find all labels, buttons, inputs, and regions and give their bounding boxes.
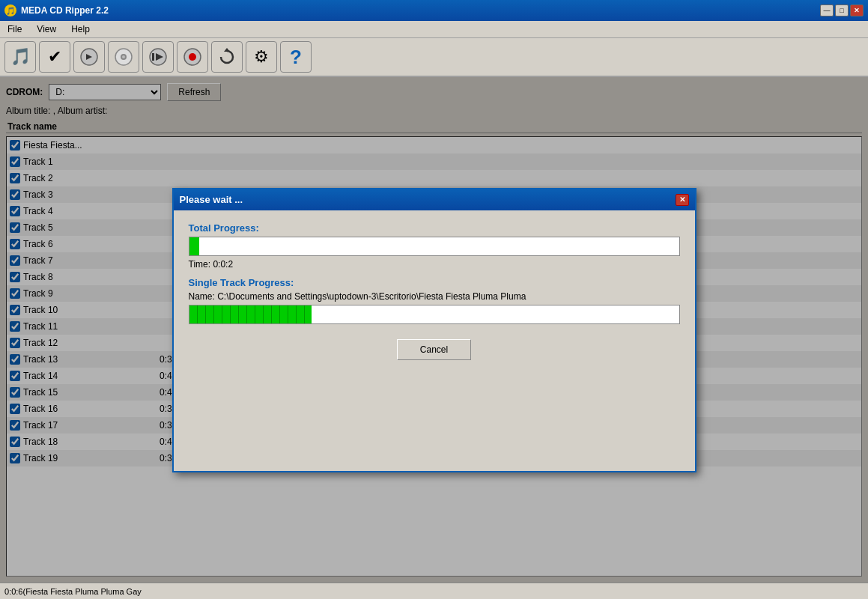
toolbar: 🎵 ✔ ⚙ ? <box>0 38 868 77</box>
total-progress-fill <box>189 237 199 255</box>
single-progress-bar <box>189 305 680 324</box>
time-label: Time: 0:0:2 <box>189 259 680 270</box>
window-title: MEDA CD Ripper 2.2 <box>21 5 109 16</box>
name-prefix: Name: <box>189 291 218 302</box>
svg-rect-7 <box>152 53 154 61</box>
maximize-button[interactable]: □ <box>835 4 849 16</box>
svg-marker-10 <box>224 48 230 52</box>
single-progress-fill <box>189 305 312 323</box>
check-button[interactable]: ✔ <box>39 41 70 73</box>
please-wait-dialog: Please wait ... ✕ Total Progress: Time: … <box>172 188 696 472</box>
dialog-footer: Cancel <box>189 332 680 372</box>
window-controls: — □ ✕ <box>820 4 864 16</box>
total-progress-label: Total Progress: <box>189 222 680 234</box>
menu-view[interactable]: View <box>32 22 61 36</box>
settings-button[interactable]: ⚙ <box>246 41 277 73</box>
menu-file[interactable]: File <box>3 22 26 36</box>
track-name-label: Name: C:\Documents and Settings\uptodown… <box>189 291 680 302</box>
main-window: 🎵 MEDA CD Ripper 2.2 — □ ✕ File View Hel… <box>0 0 868 599</box>
cd-button[interactable] <box>108 41 139 73</box>
rip-button[interactable]: 🎵 <box>4 41 36 73</box>
title-bar-left: 🎵 MEDA CD Ripper 2.2 <box>4 4 109 16</box>
stop-button[interactable] <box>73 41 105 73</box>
record-button[interactable] <box>177 41 208 73</box>
play-button[interactable] <box>142 41 174 73</box>
dialog-overlay: Please wait ... ✕ Total Progress: Time: … <box>0 77 868 583</box>
status-text: 0:0:6(Fiesta Fiesta Pluma Pluma Gay <box>4 587 142 596</box>
status-bar: 0:0:6(Fiesta Fiesta Pluma Pluma Gay <box>0 583 868 599</box>
help-button[interactable]: ? <box>280 41 312 73</box>
menubar: File View Help <box>0 21 868 38</box>
svg-point-4 <box>122 55 125 58</box>
dialog-body: Total Progress: Time: 0:0:2 Single Track… <box>174 210 695 471</box>
menu-help[interactable]: Help <box>67 22 94 36</box>
single-track-section: Single Track Progress: Name: C:\Document… <box>189 277 680 324</box>
close-button[interactable]: ✕ <box>850 4 864 16</box>
dialog-title: Please wait ... <box>180 194 243 205</box>
svg-point-9 <box>189 53 196 61</box>
cancel-button[interactable]: Cancel <box>397 339 471 360</box>
main-content: CDROM: D: Refresh Album title: , Album a… <box>0 77 868 583</box>
name-value: C:\Documents and Settings\uptodown-3\Esc… <box>217 291 526 302</box>
dialog-close-button[interactable]: ✕ <box>676 194 689 206</box>
minimize-button[interactable]: — <box>820 4 834 16</box>
single-track-label: Single Track Progress: <box>189 277 680 288</box>
title-bar: 🎵 MEDA CD Ripper 2.2 — □ ✕ <box>0 0 868 21</box>
dialog-title-bar: Please wait ... ✕ <box>174 189 695 210</box>
app-icon: 🎵 <box>4 4 16 16</box>
refresh-toolbar-button[interactable] <box>211 41 243 73</box>
total-progress-section: Total Progress: Time: 0:0:2 <box>189 222 680 270</box>
total-progress-bar <box>189 237 680 256</box>
